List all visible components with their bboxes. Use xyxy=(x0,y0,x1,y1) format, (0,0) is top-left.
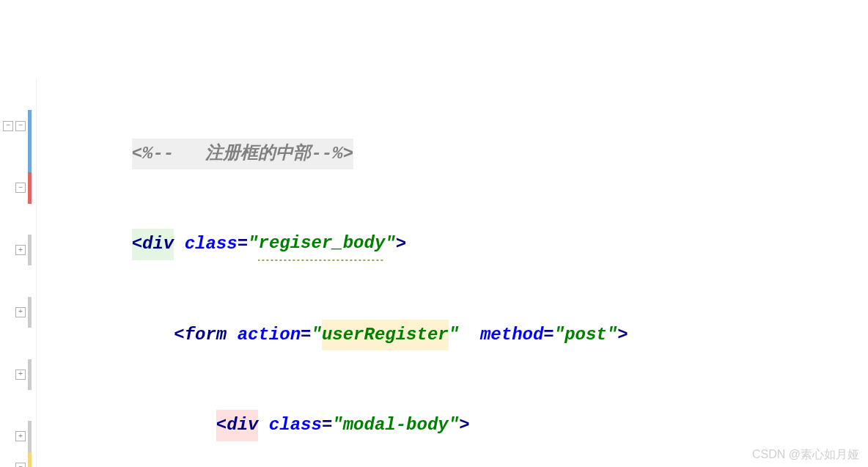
fold-icon[interactable]: − xyxy=(3,121,13,131)
code-line: <div class="regiser_body"> xyxy=(37,229,868,260)
comment: <%-- 注册框的中部--%> xyxy=(132,139,353,169)
gutter: −− − + + + + − −− xyxy=(0,79,37,467)
expand-icon[interactable]: + xyxy=(15,369,26,380)
fold-icon[interactable]: − xyxy=(15,463,26,467)
expand-icon[interactable]: + xyxy=(15,245,26,255)
code-line: <%-- 注册框的中部--%> xyxy=(37,139,868,169)
code-line: <div class="modal-body"> xyxy=(37,410,868,441)
expand-icon[interactable]: + xyxy=(15,431,26,441)
watermark: CSDN @素心如月娅 xyxy=(752,447,859,463)
code-area[interactable]: <%-- 注册框的中部--%> <div class="regiser_body… xyxy=(37,79,868,467)
fold-icon[interactable]: − xyxy=(15,121,26,131)
code-line: <form action="userRegister" method="post… xyxy=(37,320,868,350)
expand-icon[interactable]: + xyxy=(15,307,26,317)
fold-icon[interactable]: − xyxy=(15,183,26,193)
